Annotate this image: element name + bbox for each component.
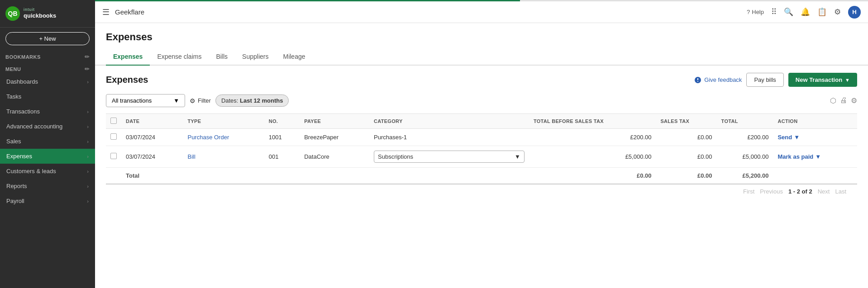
row1-action[interactable]: Send ▼ bbox=[773, 129, 857, 146]
category-select[interactable]: Subscriptions ▼ bbox=[374, 151, 525, 163]
chevron-down-icon: ▼ bbox=[845, 77, 850, 83]
row1-date: 03/07/2024 bbox=[121, 129, 183, 146]
page-header: Expenses bbox=[95, 23, 868, 43]
quickbooks-logo-icon: QB bbox=[5, 6, 20, 21]
table-action-icons: ⬡ 🖨 ⚙ bbox=[830, 96, 857, 105]
sidebar-item-dashboards[interactable]: Dashboards › bbox=[0, 74, 95, 89]
new-button[interactable]: + New bbox=[5, 32, 90, 45]
total-before-tax: £0.00 bbox=[529, 168, 656, 184]
section-header: Expenses Give feedback Pay bills New Tra… bbox=[106, 73, 857, 87]
sidebar-item-customers-leads[interactable]: Customers & leads › bbox=[0, 164, 95, 179]
hamburger-menu-icon[interactable]: ☰ bbox=[102, 7, 110, 17]
search-icon[interactable]: 🔍 bbox=[784, 7, 793, 17]
sidebar-item-sales[interactable]: Sales › bbox=[0, 134, 95, 149]
sidebar-item-tasks[interactable]: Tasks bbox=[0, 89, 95, 104]
table-row: 03/07/2024 Purchase Order 1001 BreezePap… bbox=[106, 129, 857, 146]
tab-expenses[interactable]: Expenses bbox=[106, 48, 150, 66]
th-payee: PAYEE bbox=[300, 114, 369, 129]
give-feedback-button[interactable]: Give feedback bbox=[694, 76, 742, 84]
pay-bills-button[interactable]: Pay bills bbox=[746, 73, 783, 87]
sidebar-item-transactions[interactable]: Transactions › bbox=[0, 104, 95, 119]
chevron-right-icon: › bbox=[87, 109, 89, 114]
settings-table-icon[interactable]: ⚙ bbox=[851, 96, 857, 105]
row1-category: Purchases-1 bbox=[369, 129, 529, 146]
new-transaction-button[interactable]: New Transaction ▼ bbox=[788, 73, 857, 87]
tab-mileage[interactable]: Mileage bbox=[276, 48, 312, 66]
mark-as-paid-action[interactable]: Mark as paid ▼ bbox=[777, 153, 853, 160]
row2-action[interactable]: Mark as paid ▼ bbox=[773, 146, 857, 168]
sidebar-item-payroll[interactable]: Payroll › bbox=[0, 194, 95, 208]
svg-text:QB: QB bbox=[8, 10, 18, 17]
row2-total: £5,000.00 bbox=[717, 146, 773, 168]
page-info: 1 - 2 of 2 bbox=[788, 188, 812, 195]
row1-type[interactable]: Purchase Order bbox=[183, 129, 264, 146]
total-label: Total bbox=[121, 168, 529, 184]
th-checkbox bbox=[106, 114, 121, 129]
bookmarks-edit-icon[interactable]: ✏ bbox=[85, 53, 90, 60]
pagination: First Previous 1 - 2 of 2 Next Last bbox=[106, 184, 857, 197]
chevron-down-icon: ▼ bbox=[815, 153, 821, 160]
row2-type[interactable]: Bill bbox=[183, 146, 264, 168]
tab-expense-claims[interactable]: Expense claims bbox=[150, 48, 209, 66]
filter-button[interactable]: ⚙ Filter bbox=[190, 97, 211, 104]
content-area: Expenses Give feedback Pay bills New Tra… bbox=[95, 66, 868, 204]
tab-suppliers[interactable]: Suppliers bbox=[235, 48, 276, 66]
th-category: CATEGORY bbox=[369, 114, 529, 129]
row2-sales-tax: £0.00 bbox=[656, 146, 716, 168]
menu-edit-icon[interactable]: ✏ bbox=[85, 66, 90, 72]
clipboard-icon[interactable]: 📋 bbox=[817, 7, 827, 17]
th-date: DATE bbox=[121, 114, 183, 129]
total-sales-tax: £0.00 bbox=[656, 168, 716, 184]
row2-checkbox[interactable] bbox=[106, 146, 121, 168]
chevron-right-icon: › bbox=[87, 184, 89, 189]
chevron-right-icon: › bbox=[87, 124, 89, 129]
previous-page-button[interactable]: Previous bbox=[760, 188, 783, 195]
apps-grid-icon[interactable]: ⠿ bbox=[771, 7, 777, 17]
row1-payee: BreezePaper bbox=[300, 129, 369, 146]
send-action[interactable]: Send ▼ bbox=[777, 134, 853, 141]
top-nav: ☰ Geekflare ? Help ⠿ 🔍 🔔 📋 ⚙ H bbox=[95, 1, 868, 23]
sidebar-item-expenses[interactable]: Expenses › bbox=[0, 149, 95, 164]
th-no: NO. bbox=[264, 114, 300, 129]
company-name: Geekflare bbox=[115, 8, 741, 16]
row2-date: 03/07/2024 bbox=[121, 146, 183, 168]
print-icon[interactable]: 🖨 bbox=[840, 96, 847, 105]
section-actions: Give feedback Pay bills New Transaction … bbox=[694, 73, 857, 87]
sidebar: QB intuit quickbooks + New BOOKMARKS ✏ M… bbox=[0, 0, 95, 288]
export-icon[interactable]: ⬡ bbox=[830, 96, 836, 105]
chevron-right-icon: › bbox=[87, 139, 89, 144]
sidebar-item-advanced-accounting[interactable]: Advanced accounting › bbox=[0, 119, 95, 134]
date-filter-chip[interactable]: Dates: Last 12 months bbox=[215, 94, 289, 107]
section-title: Expenses bbox=[106, 75, 694, 85]
row2-category[interactable]: Subscriptions ▼ bbox=[369, 146, 529, 168]
chevron-down-icon: ▼ bbox=[794, 134, 800, 141]
help-icon: ? bbox=[747, 9, 750, 15]
bell-icon[interactable]: 🔔 bbox=[801, 7, 810, 17]
chevron-down-icon: ▼ bbox=[173, 97, 179, 104]
settings-icon[interactable]: ⚙ bbox=[834, 7, 841, 17]
first-page-button[interactable]: First bbox=[743, 188, 754, 195]
row1-no: 1001 bbox=[264, 129, 300, 146]
row1-checkbox[interactable] bbox=[106, 129, 121, 146]
menu-label: MENU bbox=[5, 66, 21, 72]
last-page-button[interactable]: Last bbox=[835, 188, 846, 195]
app-logo[interactable]: QB intuit quickbooks bbox=[0, 0, 95, 28]
total-total: £5,200.00 bbox=[717, 168, 773, 184]
tab-bills[interactable]: Bills bbox=[209, 48, 235, 66]
filter-row: All transactions ▼ ⚙ Filter Dates: Last … bbox=[106, 94, 857, 107]
th-action: ACTION bbox=[773, 114, 857, 129]
user-avatar[interactable]: H bbox=[848, 6, 861, 19]
row2-payee: DataCore bbox=[300, 146, 369, 168]
topnav-icons: ? Help ⠿ 🔍 🔔 📋 ⚙ H bbox=[747, 6, 861, 19]
sidebar-item-reports[interactable]: Reports › bbox=[0, 179, 95, 194]
help-button[interactable]: ? Help bbox=[747, 9, 764, 15]
bookmarks-label: BOOKMARKS bbox=[5, 54, 41, 60]
expenses-table: DATE TYPE NO. PAYEE CATEGORY TOTAL BEFOR… bbox=[106, 113, 857, 184]
chevron-right-icon: › bbox=[87, 79, 89, 85]
row1-total-before-tax: £200.00 bbox=[529, 129, 656, 146]
select-all-checkbox[interactable] bbox=[110, 118, 117, 124]
chevron-right-icon: › bbox=[87, 169, 89, 174]
transaction-type-select[interactable]: All transactions ▼ bbox=[106, 94, 185, 107]
row1-sales-tax: £0.00 bbox=[656, 129, 716, 146]
next-page-button[interactable]: Next bbox=[818, 188, 830, 195]
